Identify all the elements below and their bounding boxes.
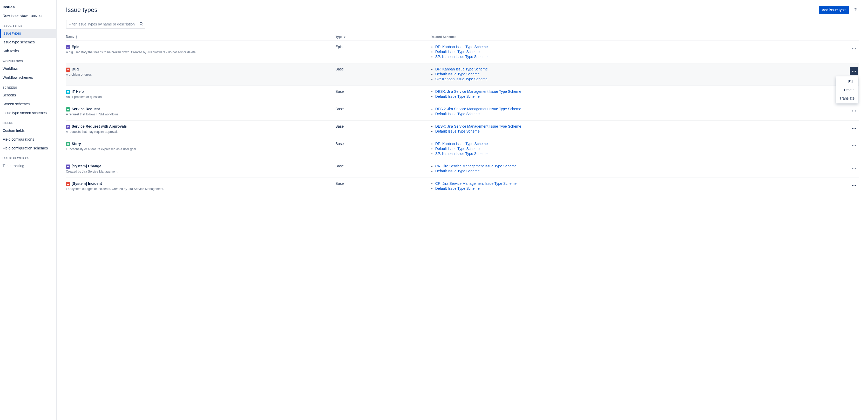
sidebar-item[interactable]: Issue types	[0, 29, 56, 38]
more-actions-button[interactable]	[850, 67, 858, 75]
sidebar-item-new-issue-view[interactable]: New issue view transition	[0, 11, 56, 20]
sidebar-item[interactable]: Field configuration schemes	[0, 144, 56, 152]
sidebar-item[interactable]: Custom fields	[0, 126, 56, 135]
sidebar-item[interactable]: Time tracking	[0, 161, 56, 170]
scheme-link[interactable]: SP: Kanban Issue Type Scheme	[435, 151, 488, 156]
issue-type-icon	[66, 165, 70, 169]
svg-point-27	[854, 168, 854, 168]
scheme-link[interactable]: Default Issue Type Scheme	[435, 94, 480, 99]
issue-type-icon	[66, 125, 70, 129]
issue-type-name: [System] Change	[72, 164, 101, 168]
col-header-schemes: Related Schemes	[431, 33, 843, 41]
scheme-link[interactable]: Default Issue Type Scheme	[435, 112, 480, 116]
sidebar-group-label: Workflows	[0, 55, 56, 64]
svg-rect-9	[67, 91, 69, 92]
svg-point-24	[854, 145, 854, 146]
issue-type-type: Base	[335, 86, 430, 103]
scheme-link[interactable]: DESK: Jira Service Management Issue Type…	[435, 89, 521, 93]
svg-point-26	[852, 168, 853, 168]
svg-point-28	[855, 168, 856, 168]
scheme-link[interactable]: Default Issue Type Scheme	[435, 147, 480, 151]
more-actions-button[interactable]	[850, 164, 858, 172]
issue-type-icon	[66, 182, 70, 186]
search-icon	[139, 22, 143, 27]
svg-rect-19	[67, 127, 68, 128]
scheme-link[interactable]: Default Issue Type Scheme	[435, 169, 480, 173]
sidebar-heading: Issues	[0, 3, 56, 11]
dropdown-item[interactable]: Delete	[836, 86, 858, 94]
scheme-link[interactable]: DP: Kanban Issue Type Scheme	[435, 45, 488, 49]
table-row: EpicA big user story that needs to be br…	[66, 41, 859, 63]
dropdown-item[interactable]: Edit	[836, 78, 858, 86]
scheme-link[interactable]: DP: Kanban Issue Type Scheme	[435, 142, 488, 146]
svg-rect-17	[67, 126, 69, 127]
svg-point-31	[852, 185, 853, 186]
scheme-link[interactable]: DESK: Jira Service Management Issue Type…	[435, 107, 521, 111]
issue-type-icon	[66, 45, 70, 49]
svg-point-21	[854, 128, 854, 129]
sidebar-item[interactable]: Issue type schemes	[0, 38, 56, 47]
issue-type-description: A requests that may require approval.	[66, 130, 333, 134]
scheme-link[interactable]: Default Issue Type Scheme	[435, 186, 480, 191]
issue-type-type: Base	[335, 120, 430, 138]
issue-type-name: Service Request	[72, 107, 100, 111]
svg-rect-29	[68, 184, 68, 185]
svg-rect-18	[67, 127, 69, 127]
issue-type-description: Created by Jira Service Management.	[66, 170, 333, 173]
more-actions-button[interactable]	[850, 45, 858, 53]
svg-rect-30	[68, 185, 68, 185]
help-icon[interactable]: ?	[852, 7, 859, 13]
sidebar-group-label: Screens	[0, 82, 56, 91]
scheme-link[interactable]: Default Issue Type Scheme	[435, 72, 480, 76]
svg-rect-10	[68, 93, 68, 93]
table-row: [System] ChangeCreated by Jira Service M…	[66, 160, 859, 178]
dropdown-item[interactable]: Translate	[836, 94, 858, 103]
svg-point-5	[67, 69, 69, 71]
svg-point-3	[854, 48, 854, 49]
sidebar-item[interactable]: Workflows	[0, 64, 56, 73]
sidebar-item[interactable]: Workflow schemes	[0, 73, 56, 82]
scheme-link[interactable]: SP: Kanban Issue Type Scheme	[435, 77, 488, 81]
scheme-link[interactable]: DESK: Jira Service Management Issue Type…	[435, 124, 521, 129]
sidebar-item[interactable]: Screens	[0, 91, 56, 100]
svg-point-6	[852, 71, 853, 72]
issue-type-description: A big user story that needs to be broken…	[66, 50, 333, 54]
issue-type-description: A request that follows ITSM workflows.	[66, 113, 333, 116]
issue-type-type: Base	[335, 63, 430, 86]
issue-type-name: [System] Incident	[72, 181, 102, 186]
sidebar-item[interactable]: Field configurations	[0, 135, 56, 144]
svg-point-23	[852, 145, 853, 146]
issue-type-type: Base	[335, 138, 430, 160]
sidebar-item[interactable]: Sub-tasks	[0, 47, 56, 55]
sidebar-group-label: Fields	[0, 117, 56, 126]
issue-type-description: A problem or error.	[66, 73, 333, 77]
table-row: Service RequestA request that follows IT…	[66, 103, 859, 120]
svg-point-20	[852, 128, 853, 129]
scheme-link[interactable]: Default Issue Type Scheme	[435, 50, 480, 54]
sidebar: Issues New issue view transition Issue t…	[0, 0, 57, 420]
sidebar-item[interactable]: Issue type screen schemes	[0, 108, 56, 117]
search-input[interactable]	[66, 20, 145, 29]
more-actions-button[interactable]	[850, 107, 858, 115]
table-row: StoryFunctionality or a feature expresse…	[66, 138, 859, 160]
col-header-type[interactable]: Type▼	[335, 33, 430, 41]
more-actions-button[interactable]	[850, 142, 858, 150]
issue-type-type: Base	[335, 103, 430, 120]
col-header-name[interactable]: Name▲▼	[66, 33, 335, 41]
scheme-link[interactable]: CR: Jira Service Management Issue Type S…	[435, 181, 517, 186]
more-actions-button[interactable]	[850, 181, 858, 190]
svg-line-1	[142, 25, 143, 26]
svg-point-25	[855, 145, 856, 146]
scheme-link[interactable]: SP: Kanban Issue Type Scheme	[435, 55, 488, 59]
more-actions-button[interactable]	[850, 124, 858, 133]
issue-type-icon	[66, 67, 70, 72]
table-row: IT HelpAn IT problem or question.BaseDES…	[66, 86, 859, 103]
issue-type-name: Story	[72, 142, 81, 146]
issue-type-type: Base	[335, 178, 430, 195]
scheme-link[interactable]: CR: Jira Service Management Issue Type S…	[435, 164, 517, 168]
add-issue-type-button[interactable]: Add issue type	[819, 6, 849, 14]
scheme-link[interactable]: Default Issue Type Scheme	[435, 129, 480, 133]
scheme-link[interactable]: DP: Kanban Issue Type Scheme	[435, 67, 488, 71]
sidebar-item[interactable]: Screen schemes	[0, 100, 56, 108]
issue-type-name: IT Help	[72, 89, 84, 93]
